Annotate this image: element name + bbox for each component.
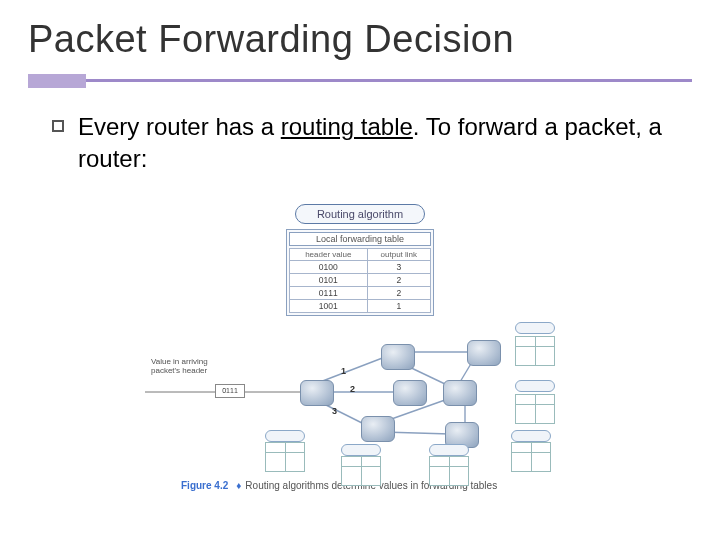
divider-line — [86, 79, 692, 82]
mini-algorithm-icon — [341, 444, 381, 456]
router-node — [467, 340, 501, 366]
router-node — [381, 344, 415, 370]
table-header-col2: output link — [367, 248, 430, 260]
mini-algorithm-icon — [515, 322, 555, 334]
slide-title: Packet Forwarding Decision — [28, 18, 692, 61]
figure-number: Figure 4.2 — [181, 480, 228, 491]
port-label-2: 2 — [350, 384, 355, 394]
router-node — [361, 416, 395, 442]
forwarding-table: header value output link 01003 01012 011… — [289, 248, 431, 313]
bullet-text-pre: Every router has a — [78, 113, 281, 140]
mini-table-icon — [341, 456, 381, 486]
forwarding-table-wrap: Local forwarding table header value outp… — [286, 229, 434, 316]
divider-accent-block — [28, 74, 86, 88]
bullet-text: Every router has a routing table. To for… — [78, 111, 692, 176]
mini-algorithm-icon — [511, 430, 551, 442]
router-node — [443, 380, 477, 406]
mini-table-icon — [515, 336, 555, 366]
figure: Routing algorithm Local forwarding table… — [145, 204, 575, 491]
forwarding-table-title: Local forwarding table — [289, 232, 431, 246]
mini-table-icon — [515, 394, 555, 424]
table-row: 01003 — [290, 260, 431, 273]
packet-header-box: 0111 — [215, 384, 245, 398]
table-header-row: header value output link — [290, 248, 431, 260]
title-divider — [28, 71, 692, 89]
table-row: 01112 — [290, 286, 431, 299]
router-node — [300, 380, 334, 406]
mini-algorithm-icon — [265, 430, 305, 442]
mini-table-icon — [265, 442, 305, 472]
table-header-col1: header value — [290, 248, 368, 260]
table-row: 10011 — [290, 299, 431, 312]
arriving-packet-label: Value in arriving packet's header — [151, 358, 208, 376]
svg-line-1 — [320, 357, 385, 382]
routing-algorithm-box: Routing algorithm — [295, 204, 425, 224]
router-node — [393, 380, 427, 406]
bullet-item: Every router has a routing table. To for… — [28, 111, 692, 176]
port-label-3: 3 — [332, 406, 337, 416]
port-label-1: 1 — [341, 366, 346, 376]
bullet-text-underlined: routing table — [281, 113, 413, 140]
mini-table-icon — [429, 456, 469, 486]
mini-table-icon — [511, 442, 551, 472]
mini-algorithm-icon — [515, 380, 555, 392]
bullet-marker-icon — [52, 120, 64, 132]
network-diagram: Value in arriving packet's header 0111 1… — [145, 322, 575, 472]
table-row: 01012 — [290, 273, 431, 286]
mini-algorithm-icon — [429, 444, 469, 456]
caption-diamond-icon: ♦ — [236, 480, 241, 491]
slide: Packet Forwarding Decision Every router … — [0, 0, 720, 540]
figure-area: Routing algorithm Local forwarding table… — [28, 204, 692, 491]
